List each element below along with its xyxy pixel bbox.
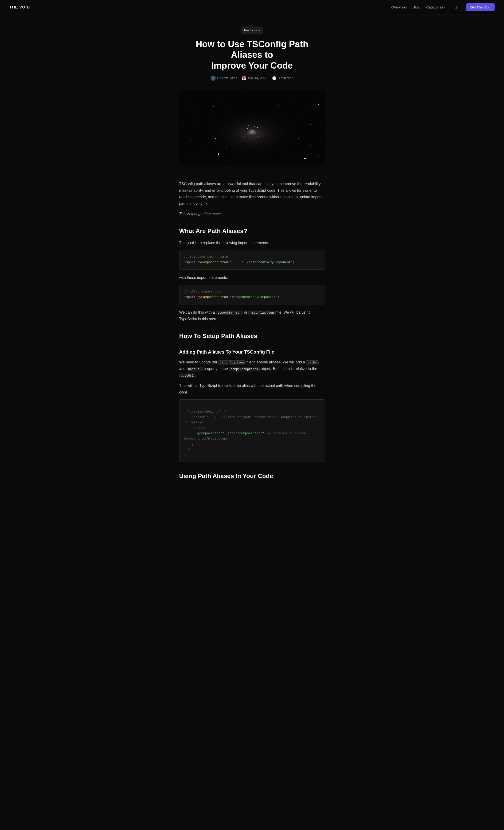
svg-point-25 (232, 121, 232, 121)
inline-code-tsconfig2: tsconfig.json (218, 360, 245, 365)
svg-point-33 (226, 147, 227, 148)
svg-point-29 (321, 122, 322, 122)
inline-code-paths: paths (306, 360, 319, 365)
intro-italic-paragraph: This is a huge time saver. (179, 211, 325, 217)
svg-point-20 (318, 104, 319, 105)
svg-point-54 (257, 127, 258, 128)
svg-point-36 (310, 145, 311, 146)
article-title: How to Use TSConfig Path Aliases to Impr… (179, 39, 325, 71)
section2-heading: How To Setup Path Aliases (179, 331, 325, 342)
svg-point-8 (296, 94, 296, 94)
nav-categories[interactable]: Categories ▾ (426, 4, 445, 10)
svg-point-16 (256, 100, 257, 100)
svg-point-19 (307, 108, 308, 109)
section1-p2: with these import statements: (179, 275, 325, 281)
svg-point-38 (186, 156, 186, 156)
svg-point-26 (285, 123, 285, 123)
svg-point-42 (281, 157, 281, 158)
svg-point-31 (201, 145, 201, 146)
svg-point-39 (199, 159, 199, 160)
meta-date: 📅 Aug 14, 2023 (242, 75, 267, 81)
section1-heading: What Are Path Aliases? (179, 226, 325, 236)
svg-point-60 (254, 126, 254, 127)
section1-p1: The goal is to replace the following imp… (179, 240, 325, 246)
svg-point-59 (248, 125, 249, 126)
svg-point-28 (310, 124, 311, 124)
category-badge[interactable]: Productivity (241, 27, 263, 34)
navbar: THE VOID Overview Blog Categories ▾ ☽ Ge… (0, 0, 504, 15)
inline-code-tsconfig: tsconfig.json (216, 311, 243, 315)
meta-read-time: 🕐 3 min read (272, 75, 293, 81)
svg-point-7 (272, 95, 272, 96)
svg-point-13 (213, 106, 214, 107)
inline-code-baseurl: baseUrl (187, 367, 203, 372)
theme-toggle-button[interactable]: ☽ (452, 4, 460, 11)
inline-code-jsconfig: jsconfig.json (248, 311, 275, 315)
article-hero: Productivity How to Use TSConfig Path Al… (179, 15, 325, 181)
inline-code-compileroptions: compilerOptions (229, 367, 260, 372)
code-block-alias-import: // alias import path import MyComponent … (179, 285, 325, 305)
svg-point-15 (241, 103, 241, 103)
svg-point-5 (223, 99, 223, 99)
svg-point-41 (227, 160, 228, 161)
svg-point-57 (244, 132, 245, 132)
svg-point-53 (251, 130, 252, 131)
svg-point-24 (221, 125, 221, 125)
code-block-relative-import: // relative import path import MyCompone… (179, 250, 325, 270)
svg-point-62 (241, 128, 241, 129)
svg-point-11 (186, 107, 186, 108)
svg-point-34 (285, 142, 285, 143)
author-avatar: 👤 (211, 76, 216, 81)
nav-links: Overview Blog Categories ▾ ☽ Get The Voi… (391, 3, 495, 11)
svg-point-65 (258, 136, 259, 136)
svg-point-61 (251, 136, 251, 136)
main-content: Productivity How to Use TSConfig Path Al… (175, 15, 330, 504)
intro-paragraph: TSConfig path aliases are a powerful too… (179, 181, 325, 207)
chevron-down-icon: ▾ (444, 6, 445, 9)
meta-author: 👤 Darrow Lykos (211, 75, 237, 81)
svg-point-14 (229, 109, 229, 110)
article-meta: 👤 Darrow Lykos 📅 Aug 14, 2023 🕐 3 min re… (179, 75, 325, 81)
code-block-tsconfig-json: { "compilerOptions": { "baseUrl": ".", /… (179, 400, 325, 462)
svg-point-56 (255, 133, 256, 133)
svg-point-58 (259, 131, 260, 131)
section2-p2: This will tell TypeScript to replace the… (179, 382, 325, 395)
section1-p3: We can do this with a tsconfig.json or j… (179, 309, 325, 322)
svg-point-21 (183, 123, 184, 123)
nav-blog[interactable]: Blog (413, 4, 420, 10)
svg-point-43 (294, 154, 294, 154)
svg-point-12 (196, 111, 197, 112)
nav-overview[interactable]: Overview (391, 4, 406, 10)
svg-point-9 (313, 97, 314, 98)
clock-icon: 🕐 (272, 75, 277, 81)
svg-point-18 (289, 102, 290, 102)
section2-p1: We need to update our tsconfig.json file… (179, 359, 325, 379)
section2-sub-heading: Adding Path Aliases To Your TSConfig Fil… (179, 348, 325, 356)
svg-point-55 (250, 134, 250, 134)
article-body: TSConfig path aliases are a powerful too… (179, 181, 325, 482)
inline-code-baseurl2: baseUrl (179, 374, 195, 378)
svg-point-10 (322, 92, 323, 93)
calendar-icon: 📅 (242, 75, 246, 81)
svg-point-48 (218, 154, 218, 154)
get-void-button[interactable]: Get The Void (466, 3, 495, 11)
section3-heading: Using Path Aliases In Your Code (179, 471, 325, 482)
svg-point-30 (190, 140, 190, 141)
hero-image (179, 88, 325, 167)
svg-point-6 (245, 92, 246, 92)
svg-point-44 (306, 159, 306, 160)
svg-point-27 (300, 120, 300, 120)
svg-point-23 (210, 119, 210, 119)
svg-point-22 (194, 127, 195, 128)
svg-point-3 (189, 96, 189, 97)
site-logo: THE VOID (9, 4, 30, 10)
svg-point-51 (305, 158, 305, 159)
svg-point-35 (298, 138, 298, 139)
svg-point-17 (278, 105, 279, 106)
starfield-illustration (179, 88, 325, 167)
svg-point-32 (215, 138, 216, 138)
svg-point-52 (247, 128, 248, 129)
svg-point-4 (206, 93, 206, 94)
svg-point-63 (262, 133, 262, 133)
svg-point-64 (243, 136, 244, 136)
